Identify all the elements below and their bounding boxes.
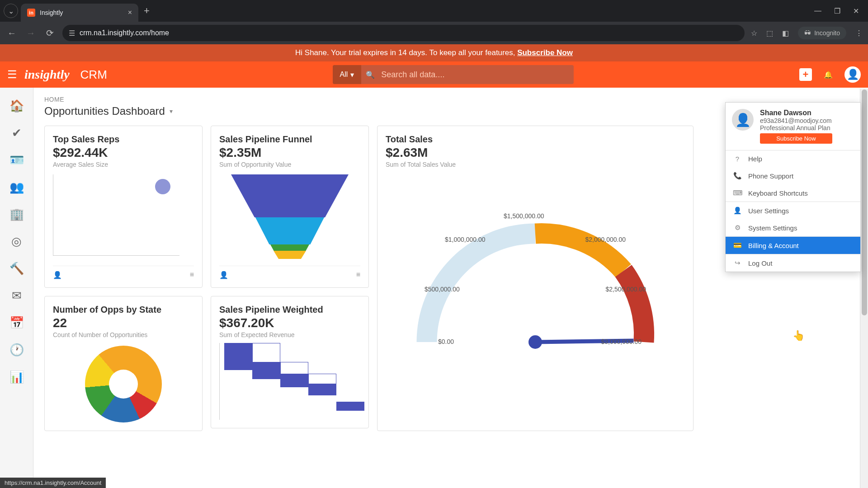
card-opps-by-state: Number of Opps by State 22 Count of Numb… [44, 296, 203, 431]
close-window-icon[interactable]: ✕ [853, 7, 859, 15]
minimize-icon[interactable]: — [814, 7, 821, 15]
new-tab-button[interactable]: + [144, 5, 150, 17]
incognito-icon: 🕶 [804, 29, 811, 37]
menu-item-logout[interactable]: ↪Log Out [726, 254, 860, 272]
menu-email: e93a2841@moodjoy.com [760, 117, 832, 124]
sidepanel-icon[interactable]: ◧ [782, 29, 789, 38]
keyboard-icon: ⌨ [733, 189, 742, 197]
sidebar-item-reports[interactable]: 📊 [0, 363, 33, 390]
add-button[interactable]: + [799, 68, 812, 81]
card-total-sales: Total Sales $2.63M Sum of Total Sales Va… [377, 126, 693, 431]
status-bar: https://crm.na1.insightly.com/Account [0, 478, 106, 488]
donut-chart [85, 346, 162, 422]
forward-button[interactable]: → [24, 28, 37, 38]
sidebar: 🏠 ✔ 🪪 👥 🏢 ◎ 🔨 ✉ 📅 🕐 📊 [0, 88, 33, 488]
logout-icon: ↪ [733, 259, 742, 267]
chevron-down-icon: ▾ [350, 70, 354, 79]
search-input[interactable] [375, 65, 574, 84]
avatar: 👤 [732, 109, 754, 131]
incognito-badge[interactable]: 🕶 Incognito [798, 27, 846, 39]
gear-icon: ⚙ [733, 224, 742, 232]
profile-menu: 👤 Shane Dawson e93a2841@moodjoy.com Prof… [725, 102, 861, 272]
subscribe-button[interactable]: Subscribe Now [760, 133, 832, 144]
sidebar-item-calendar[interactable]: 📅 [0, 309, 33, 336]
menu-item-billing[interactable]: 💳Billing & Account [726, 237, 860, 254]
search-scope-dropdown[interactable]: All▾ [333, 65, 362, 84]
gauge-chart: $0.00 $500,000.00 $1,000,000.00 $1,500,0… [400, 177, 671, 371]
menu-item-user-settings[interactable]: 👤User Settings [726, 202, 860, 219]
search-icon: 🔍 [366, 70, 375, 79]
help-icon: ? [733, 155, 742, 163]
close-icon[interactable]: × [128, 9, 132, 17]
user-icon[interactable]: 👤 [219, 271, 228, 279]
sidebar-item-tasks[interactable]: ✔ [0, 119, 33, 146]
sidebar-item-projects[interactable]: 🔨 [0, 255, 33, 282]
logo: insightly [24, 67, 70, 82]
sidebar-item-home[interactable]: 🏠 [0, 92, 33, 119]
data-point [155, 179, 170, 194]
trial-banner: Hi Shane. Your trial expires in 14 days.… [0, 44, 868, 61]
sidebar-item-orgs[interactable]: 🏢 [0, 201, 33, 228]
favicon-icon: in [27, 9, 35, 17]
subscribe-link[interactable]: Subscribe Now [517, 48, 573, 57]
card-pipeline-funnel: Sales Pipeline Funnel $2.35M Sum of Oppo… [211, 126, 369, 288]
sidebar-item-opportunities[interactable]: ◎ [0, 228, 33, 255]
user-icon: 👤 [733, 206, 742, 215]
reload-button[interactable]: ⟳ [43, 28, 56, 38]
tab-title: Insightly [40, 9, 123, 16]
tab-list-chevron[interactable]: ⌄ [4, 4, 18, 18]
menu-plan: Professional Annual Plan [760, 124, 832, 131]
sidebar-item-email[interactable]: ✉ [0, 282, 33, 309]
sidebar-item-time[interactable]: 🕐 [0, 336, 33, 363]
menu-item-system-settings[interactable]: ⚙System Settings [726, 219, 860, 236]
phone-icon: 📞 [733, 172, 742, 180]
menu-item-shortcuts[interactable]: ⌨Keyboard Shortcuts [726, 184, 860, 202]
hamburger-icon[interactable]: ☰ [7, 68, 17, 81]
avatar[interactable]: 👤 [844, 66, 861, 83]
site-settings-icon[interactable]: ☰ [69, 29, 75, 38]
menu-item-phone[interactable]: 📞Phone Support [726, 167, 860, 184]
app-header: ☰ insightly CRM All▾ 🔍 + 🔔 👤 [0, 61, 868, 88]
bookmark-icon[interactable]: ☆ [751, 29, 757, 38]
url-text: crm.na1.insightly.com/home [80, 29, 169, 37]
card-top-sales-reps: Top Sales Reps $292.44K Average Sales Si… [44, 126, 203, 288]
card-pipeline-weighted: Sales Pipeline Weighted $367.20K Sum of … [211, 296, 369, 428]
browser-tab[interactable]: in Insightly × [21, 4, 138, 22]
card-icon: 💳 [733, 241, 742, 249]
maximize-icon[interactable]: ❐ [834, 7, 840, 15]
back-button[interactable]: ← [5, 28, 18, 38]
sidebar-item-leads[interactable]: 👥 [0, 174, 33, 201]
menu-item-help[interactable]: ?Help [726, 150, 860, 167]
scatter-chart [53, 174, 179, 256]
svg-point-1 [528, 335, 542, 349]
chevron-down-icon: ▾ [170, 108, 173, 115]
extensions-icon[interactable]: ⬚ [766, 29, 773, 38]
list-icon[interactable]: ≡ [356, 271, 360, 279]
menu-username: Shane Dawson [760, 109, 832, 117]
funnel-chart [231, 174, 349, 260]
waterfall-chart [219, 343, 360, 420]
menu-icon[interactable]: ⋮ [855, 29, 863, 38]
address-bar[interactable]: ☰ crm.na1.insightly.com/home [62, 25, 745, 41]
scrollbar[interactable] [860, 89, 868, 488]
user-icon[interactable]: 👤 [53, 271, 62, 279]
product-label: CRM [80, 68, 107, 82]
sidebar-item-contacts[interactable]: 🪪 [0, 146, 33, 174]
bell-icon[interactable]: 🔔 [822, 68, 835, 81]
list-icon[interactable]: ≡ [190, 271, 194, 279]
